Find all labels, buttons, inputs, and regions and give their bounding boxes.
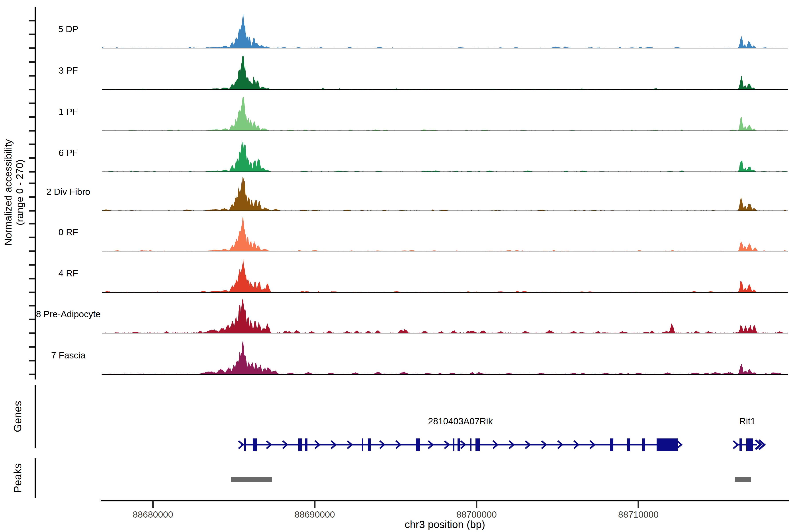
gene-exon-thin xyxy=(453,438,454,451)
peak-bar xyxy=(231,477,272,482)
track-label-5-dp: 5 DP xyxy=(58,24,78,34)
y-axis-label-line2: (range 0 - 270) xyxy=(14,159,25,225)
gene-model-2810403a07rik: 2810403A07Rik xyxy=(239,416,681,451)
peak-bar xyxy=(735,477,751,482)
gene-exon-thin xyxy=(244,438,246,451)
genes-row-label: Genes xyxy=(12,401,23,432)
track-label-8-pre-adipocyte: 8 Pre-Adipocyte xyxy=(36,309,101,319)
x-tick-label: 88680000 xyxy=(133,509,173,519)
genome-accessibility-chart: Normalized accessibility (range 0 - 270)… xyxy=(0,0,798,532)
gene-exon xyxy=(610,438,613,451)
gene-exon xyxy=(253,438,257,451)
peaks-track-group xyxy=(231,477,751,482)
track-label-1-pf: 1 PF xyxy=(59,107,78,117)
y-axis-label-line1: Normalized accessibility xyxy=(2,139,14,246)
track-label-3-pf: 3 PF xyxy=(59,65,78,76)
gene-exon xyxy=(416,438,420,451)
gene-exon xyxy=(627,438,630,451)
x-tick-label: 88690000 xyxy=(294,509,335,519)
signal-area-5-dp xyxy=(102,14,788,48)
gene-exon xyxy=(305,438,307,451)
track-label-6-pf: 6 PF xyxy=(59,148,78,158)
gene-exon xyxy=(457,438,460,451)
gene-label-rit1: Rit1 xyxy=(739,416,756,426)
gene-exon xyxy=(475,438,480,451)
gene-exon-thin xyxy=(362,438,363,451)
gene-exon-thin xyxy=(740,438,742,451)
strand-arrow-icon xyxy=(678,442,681,448)
gene-exon-thin xyxy=(470,438,472,451)
gene-label-2810403a07rik: 2810403A07Rik xyxy=(428,416,493,426)
gene-exon xyxy=(657,438,678,451)
track-label-2-div-fibro: 2 Div Fibro xyxy=(46,187,90,197)
peaks-row-label: Peaks xyxy=(12,463,23,493)
x-tick-label: 88700000 xyxy=(456,509,497,519)
gene-exon xyxy=(746,438,753,451)
signal-area-4-rf xyxy=(102,259,788,292)
track-label-7-fascia: 7 Fascia xyxy=(51,350,86,360)
gene-exon xyxy=(368,438,370,451)
signal-area-3-pf xyxy=(102,56,788,90)
gene-exon xyxy=(642,438,645,451)
gene-model-rit1: Rit1 xyxy=(734,416,764,451)
signal-area-0-rf xyxy=(102,217,788,251)
track-label-0-rf: 0 RF xyxy=(58,227,78,237)
signal-area-1-pf xyxy=(102,97,788,131)
x-axis-title: chr3 position (bp) xyxy=(404,518,485,530)
track-label-4-rf: 4 RF xyxy=(58,268,78,279)
signal-area-2-div-fibro xyxy=(102,177,788,211)
signal-area-6-pf xyxy=(102,141,788,172)
signal-tracks-group: 5 DP3 PF1 PF6 PF2 Div Fibro0 RF4 RF8 Pre… xyxy=(36,14,788,374)
gene-models-group: 2810403A07RikRit1 xyxy=(239,416,764,451)
signal-area-7-fascia xyxy=(102,342,788,374)
x-tick-label: 88710000 xyxy=(618,509,659,519)
gene-exon xyxy=(298,438,302,451)
signal-area-8-pre-adipocyte xyxy=(102,300,788,333)
